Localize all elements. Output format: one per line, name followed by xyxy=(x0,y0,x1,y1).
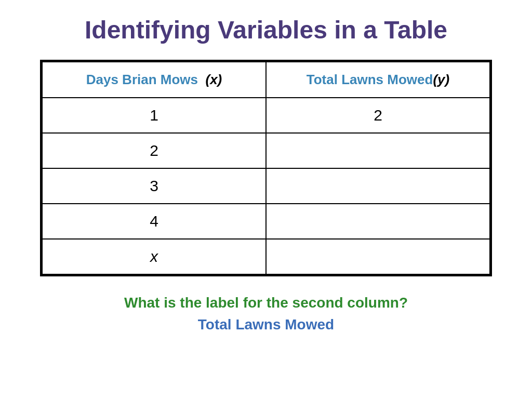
col2-var: ( xyxy=(433,72,437,87)
cell-col1-row3: 4 xyxy=(42,204,266,239)
cell-col1-row4: x xyxy=(42,239,266,274)
cell-col2-row3 xyxy=(266,204,490,239)
cell-col2-row0: 2 xyxy=(266,98,490,133)
col1-var-letter: x xyxy=(210,72,217,87)
column-header-y: Total Lawns Mowed(y) xyxy=(266,62,490,98)
table-container: Days Brian Mows (x) Total Lawns Mowed(y)… xyxy=(40,60,492,276)
col1-var: ( xyxy=(205,72,210,87)
question-text: What is the label for the second column? xyxy=(124,295,408,311)
col1-label: Days Brian Mows xyxy=(86,72,198,87)
cell-col2-row2 xyxy=(266,168,490,204)
page-title: Identifying Variables in a Table xyxy=(85,16,447,44)
table-row: 2 xyxy=(42,133,490,168)
variables-table: Days Brian Mows (x) Total Lawns Mowed(y)… xyxy=(42,61,490,275)
col2-label: Total Lawns Mowed xyxy=(307,72,433,87)
answer-text: Total Lawns Mowed xyxy=(124,316,408,333)
table-row: 4 xyxy=(42,204,490,239)
cell-col2-row1 xyxy=(266,133,490,168)
question-section: What is the label for the second column?… xyxy=(124,295,408,333)
cell-col1-row2: 3 xyxy=(42,168,266,204)
column-header-x: Days Brian Mows (x) xyxy=(42,62,266,98)
table-row: x xyxy=(42,239,490,274)
cell-col1-row0: 1 xyxy=(42,98,266,133)
cell-col1-row1: 2 xyxy=(42,133,266,168)
table-row: 3 xyxy=(42,168,490,204)
table-row: 12 xyxy=(42,98,490,133)
col2-var-letter: y xyxy=(437,72,445,87)
cell-col2-row4 xyxy=(266,239,490,274)
